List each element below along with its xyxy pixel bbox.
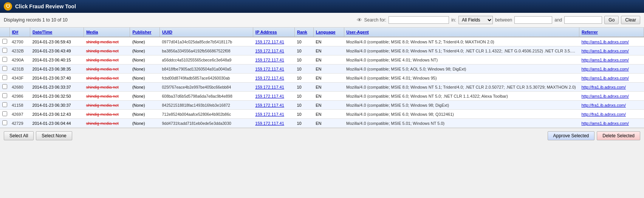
row-checkbox-cell[interactable] — [0, 55, 9, 64]
row-referrer[interactable]: http://ams1.ib.adnxs.com/ — [579, 64, 644, 74]
col-media[interactable]: Media — [84, 28, 130, 37]
row-checkbox-cell[interactable] — [0, 46, 9, 55]
and-input[interactable] — [564, 16, 602, 24]
col-uuid[interactable]: UUID — [160, 28, 253, 37]
select-all-button[interactable]: Select All — [4, 131, 34, 140]
col-id[interactable]: ID# — [9, 28, 30, 37]
table-row: 4343F2014-01-23 06:37:40shindig media ne… — [0, 74, 644, 83]
col-rank[interactable]: Rank — [294, 28, 313, 37]
col-ip[interactable]: IP Address — [253, 28, 294, 37]
row-checkbox-cell[interactable] — [0, 37, 9, 46]
ip-link[interactable]: 159.172.117.41 — [255, 121, 284, 126]
row-referrer[interactable]: http://ams1.ib.adnxs.com/ — [579, 119, 644, 128]
row-checkbox-cell[interactable] — [0, 64, 9, 74]
referrer-link[interactable]: http://ams1.ib.adnxs.com/ — [581, 49, 629, 53]
row-useragent: Mozilla/4.0 (compatible; MSIE 6.0; Windo… — [344, 110, 579, 119]
row-language: EN — [313, 83, 344, 92]
row-checkbox-cell[interactable] — [0, 83, 9, 92]
row-id: 42680 — [9, 83, 30, 92]
search-input[interactable] — [389, 16, 449, 24]
row-checkbox-cell[interactable] — [0, 101, 9, 110]
col-publisher[interactable]: Publisher — [130, 28, 160, 37]
row-ip[interactable]: 159.172.117.41 — [253, 74, 294, 83]
row-ip[interactable]: 159.172.117.41 — [253, 46, 294, 55]
row-referrer[interactable]: http://ams1.ib.adnxs.com/ — [579, 55, 644, 64]
row-uuid: 712e8524b004aafce52806e4b902b86c — [160, 110, 253, 119]
row-media: shindig media net — [84, 37, 130, 46]
ip-link[interactable]: 159.172.117.41 — [255, 76, 284, 80]
row-id: 42697 — [9, 110, 30, 119]
row-datetime: 2014-01-23 06:33:37 — [30, 83, 84, 92]
row-ip[interactable]: 159.172.117.41 — [253, 92, 294, 101]
row-referrer[interactable]: http://fra1.ib.adnxs.com/ — [579, 101, 644, 110]
row-checkbox-cell[interactable] — [0, 119, 9, 128]
row-publisher: (None) — [130, 101, 160, 110]
referrer-link[interactable]: http://ams1.ib.adnxs.com/ — [581, 121, 629, 126]
ip-link[interactable]: 159.172.117.41 — [255, 85, 284, 89]
row-rank: 10 — [294, 101, 313, 110]
row-checkbox[interactable] — [2, 111, 7, 116]
row-referrer[interactable]: http://ams1.ib.adnxs.com/ — [579, 46, 644, 55]
row-uuid: 9dd4731fcadd7181eb0ede5e3dda3030 — [160, 119, 253, 128]
row-rank: 10 — [294, 110, 313, 119]
col-referrer[interactable]: Referrer — [579, 28, 644, 37]
referrer-link[interactable]: http://ams1.ib.adnxs.com/ — [581, 67, 629, 71]
ip-link[interactable]: 159.172.117.41 — [255, 49, 284, 53]
row-publisher: (None) — [130, 37, 160, 46]
row-checkbox[interactable] — [2, 39, 7, 44]
row-ip[interactable]: 159.172.117.41 — [253, 55, 294, 64]
row-ip[interactable]: 159.172.117.41 — [253, 101, 294, 110]
select-none-button[interactable]: Select None — [36, 131, 72, 140]
col-datetime[interactable]: Date/Time — [30, 28, 84, 37]
clear-button[interactable]: Clear — [621, 16, 640, 24]
row-referrer[interactable]: http://fra1.ib.adnxs.com/ — [579, 83, 644, 92]
row-ip[interactable]: 159.172.117.41 — [253, 119, 294, 128]
row-ip[interactable]: 159.172.117.41 — [253, 110, 294, 119]
delete-button[interactable]: Delete Selected — [597, 131, 640, 140]
approve-button[interactable]: Approve Selected — [548, 131, 595, 140]
row-checkbox[interactable] — [2, 57, 7, 62]
row-checkbox[interactable] — [2, 93, 7, 98]
ip-link[interactable]: 159.172.117.41 — [255, 103, 284, 107]
row-uuid: 0977d041a34c025da85cde7b5418117b — [160, 37, 253, 46]
row-checkbox-cell[interactable] — [0, 110, 9, 119]
row-referrer[interactable]: http://fra1.ib.adnxs.com/ — [579, 110, 644, 119]
go-button[interactable]: Go — [604, 16, 619, 24]
ip-link[interactable]: 159.172.117.41 — [255, 112, 284, 117]
row-ip[interactable]: 159.172.117.41 — [253, 37, 294, 46]
referrer-link[interactable]: http://ams1.ib.adnxs.com/ — [581, 40, 629, 44]
row-checkbox-cell[interactable] — [0, 74, 9, 83]
row-useragent: Mozilla/4.0 (compatible; MSIE 5.01; Wind… — [344, 119, 579, 128]
referrer-link[interactable]: http://ams1.ib.adnxs.com/ — [581, 58, 629, 62]
referrer-link[interactable]: http://fra1.ib.adnxs.com/ — [581, 103, 625, 107]
row-ip[interactable]: 159.172.117.41 — [253, 64, 294, 74]
ip-link[interactable]: 159.172.117.41 — [255, 40, 284, 44]
between-input[interactable] — [514, 16, 552, 24]
row-referrer[interactable]: http://ams1.ib.adnxs.com/ — [579, 37, 644, 46]
referrer-link[interactable]: http://fra1.ib.adnxs.com/ — [581, 112, 625, 117]
ip-link[interactable]: 159.172.117.41 — [255, 67, 284, 71]
field-select[interactable]: All Fields ID# Date/Time Media Publisher… — [458, 16, 493, 24]
row-checkbox[interactable] — [2, 75, 7, 80]
row-checkbox-cell[interactable] — [0, 92, 9, 101]
ip-link[interactable]: 159.172.117.41 — [255, 94, 284, 98]
row-useragent: Mozilla/4.0 (compatible; MSIE 5.0; Windo… — [344, 101, 579, 110]
col-useragent[interactable]: User-Agent — [344, 28, 579, 37]
referrer-link[interactable]: http://fra1.ib.adnxs.com/ — [581, 85, 625, 89]
referrer-link[interactable]: http://ams1.ib.adnxs.com/ — [581, 76, 629, 80]
table-row: 4290A2014-01-23 06:40:15shindig media ne… — [0, 55, 644, 64]
row-checkbox[interactable] — [2, 66, 7, 71]
row-referrer[interactable]: http://ams1.ib.adnxs.com/ — [579, 74, 644, 83]
row-checkbox[interactable] — [2, 120, 7, 125]
row-checkbox[interactable] — [2, 48, 7, 53]
row-language: EN — [313, 101, 344, 110]
row-referrer[interactable]: http://ams1.ib.adnxs.com/ — [579, 92, 644, 101]
row-rank: 10 — [294, 92, 313, 101]
ip-link[interactable]: 159.172.117.41 — [255, 58, 284, 62]
and-label: and — [554, 17, 562, 23]
row-checkbox[interactable] — [2, 84, 7, 89]
referrer-link[interactable]: http://ams1.ib.adnxs.com/ — [581, 94, 629, 98]
row-ip[interactable]: 159.172.117.41 — [253, 83, 294, 92]
row-checkbox[interactable] — [2, 102, 7, 107]
col-language[interactable]: Language — [313, 28, 344, 37]
